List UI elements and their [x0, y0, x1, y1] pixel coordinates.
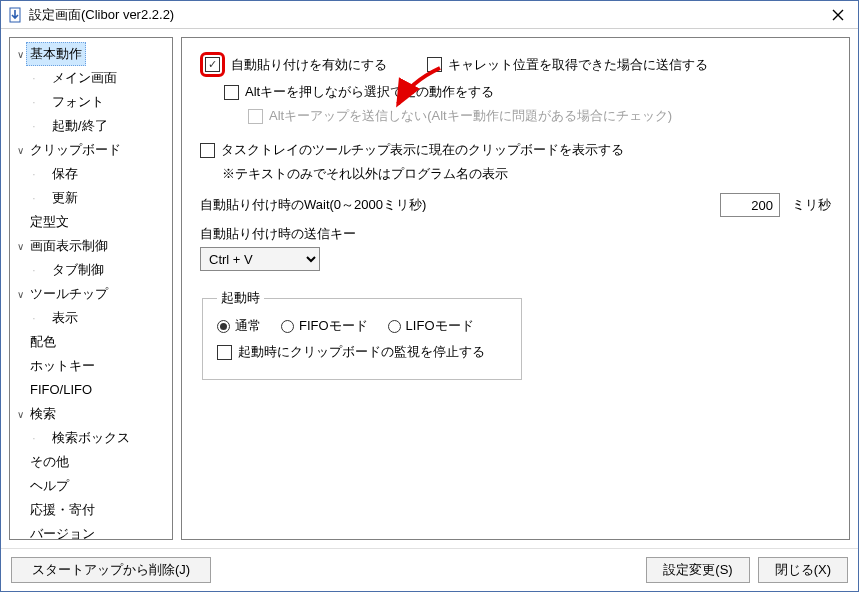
tree-item[interactable]: フォント — [48, 90, 108, 114]
body: ∨基本動作·メイン画面·フォント·起動/終了∨クリップボード·保存·更新 定型文… — [1, 29, 858, 548]
radio-normal-dot — [217, 320, 230, 333]
send-key-select[interactable]: Ctrl + V — [200, 247, 320, 271]
startup-stop-monitor-checkbox[interactable] — [217, 345, 232, 360]
radio-fifo-label: FIFOモード — [299, 317, 368, 335]
app-icon — [7, 7, 23, 23]
radio-fifo-dot — [281, 320, 294, 333]
tasktray-note: ※テキストのみでそれ以外はプログラム名の表示 — [222, 165, 831, 183]
tree-item[interactable]: ホットキー — [26, 354, 99, 378]
radio-lifo-dot — [388, 320, 401, 333]
close-icon[interactable] — [818, 1, 858, 29]
auto-paste-label: 自動貼り付けを有効にする — [231, 56, 387, 74]
tree-item[interactable]: 表示 — [48, 306, 82, 330]
startup-delete-button[interactable]: スタートアップから削除(J) — [11, 557, 211, 583]
settings-window: 設定画面(Clibor ver2.2.2) ∨基本動作·メイン画面·フォント·起… — [0, 0, 859, 592]
tree-item[interactable]: 画面表示制御 — [26, 234, 112, 258]
tree-toggle-icon[interactable]: ∨ — [14, 404, 26, 426]
tasktray-tooltip-label: タスクトレイのツールチップ表示に現在のクリップボードを表示する — [221, 141, 624, 159]
close-button[interactable]: 閉じる(X) — [758, 557, 848, 583]
tree-item[interactable]: バージョン — [26, 522, 99, 540]
radio-lifo[interactable]: LIFOモード — [388, 317, 474, 335]
tree-item[interactable]: 応援・寄付 — [26, 498, 99, 522]
caret-send-checkbox[interactable] — [427, 57, 442, 72]
wait-label: 自動貼り付け時のWait(0～2000ミリ秒) — [200, 196, 426, 214]
content-panel: 自動貼り付けを有効にする キャレット位置を取得できた場合に送信する Altキーを… — [181, 37, 850, 540]
tree-item[interactable]: 更新 — [48, 186, 82, 210]
tree-toggle-icon[interactable]: ∨ — [14, 236, 26, 258]
tree-item[interactable]: クリップボード — [26, 138, 125, 162]
tasktray-tooltip-checkbox[interactable] — [200, 143, 215, 158]
button-bar: スタートアップから削除(J) 設定変更(S) 閉じる(X) — [1, 548, 858, 591]
tree-item[interactable]: 起動/終了 — [48, 114, 112, 138]
nav-tree: ∨基本動作·メイン画面·フォント·起動/終了∨クリップボード·保存·更新 定型文… — [12, 42, 170, 540]
tree-item[interactable]: 検索ボックス — [48, 426, 134, 450]
wait-unit: ミリ秒 — [792, 196, 831, 214]
tree-toggle-icon[interactable]: ∨ — [14, 140, 26, 162]
alt-keyup-label: Altキーアップを送信しない(Altキー動作に問題がある場合にチェック) — [269, 107, 672, 125]
tree-item[interactable]: 検索 — [26, 402, 60, 426]
radio-normal[interactable]: 通常 — [217, 317, 261, 335]
titlebar: 設定画面(Clibor ver2.2.2) — [1, 1, 858, 29]
tree-item[interactable]: 保存 — [48, 162, 82, 186]
radio-normal-label: 通常 — [235, 317, 261, 335]
alt-reverse-label: Altキーを押しながら選択で逆の動作をする — [245, 83, 494, 101]
window-title: 設定画面(Clibor ver2.2.2) — [29, 6, 818, 24]
startup-stop-monitor-label: 起動時にクリップボードの監視を停止する — [238, 343, 485, 361]
alt-keyup-checkbox — [248, 109, 263, 124]
tree-toggle-icon[interactable]: ∨ — [14, 284, 26, 306]
tree-toggle-icon[interactable]: ∨ — [14, 44, 26, 66]
apply-button[interactable]: 設定変更(S) — [646, 557, 749, 583]
annotation-highlight — [200, 52, 225, 77]
tree-item[interactable]: 定型文 — [26, 210, 73, 234]
tree-item[interactable]: タブ制御 — [48, 258, 108, 282]
tree-item[interactable]: ヘルプ — [26, 474, 73, 498]
tree-item[interactable]: 配色 — [26, 330, 60, 354]
tree-item[interactable]: 基本動作 — [26, 42, 86, 66]
tree-item[interactable]: その他 — [26, 450, 73, 474]
tree-item[interactable]: メイン画面 — [48, 66, 121, 90]
caret-send-label: キャレット位置を取得できた場合に送信する — [448, 56, 708, 74]
radio-fifo[interactable]: FIFOモード — [281, 317, 368, 335]
radio-lifo-label: LIFOモード — [406, 317, 474, 335]
tree-panel: ∨基本動作·メイン画面·フォント·起動/終了∨クリップボード·保存·更新 定型文… — [9, 37, 173, 540]
alt-reverse-checkbox[interactable] — [224, 85, 239, 100]
startup-legend: 起動時 — [217, 289, 264, 307]
startup-fieldset: 起動時 通常 FIFOモード LIFOモード — [202, 289, 522, 380]
tree-item[interactable]: FIFO/LIFO — [26, 378, 96, 402]
wait-input[interactable] — [720, 193, 780, 217]
tree-item[interactable]: ツールチップ — [26, 282, 112, 306]
send-key-label: 自動貼り付け時の送信キー — [200, 225, 831, 243]
auto-paste-checkbox[interactable] — [205, 57, 220, 72]
